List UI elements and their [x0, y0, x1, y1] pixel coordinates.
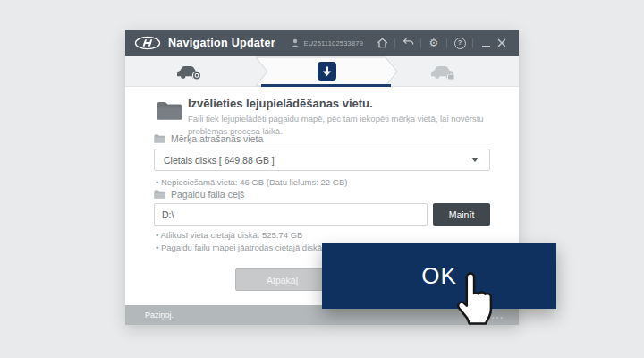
home-button[interactable]	[374, 35, 390, 51]
step-download-tab[interactable]	[318, 62, 336, 81]
temp-path-label: Pagaidu faila ceļš	[154, 189, 244, 200]
minimize-icon	[482, 46, 490, 47]
back-button[interactable]: Atpakaļ	[235, 268, 329, 291]
step-install-tab[interactable]	[429, 64, 456, 84]
undo-icon	[402, 38, 414, 48]
target-disk-dropdown[interactable]: Cietais disks [ 649.88 GB ]	[154, 149, 490, 171]
required-space-note: Nepieciešamā vieta: 46 GB (Datu lielums:…	[156, 177, 348, 187]
ok-button[interactable]: OK	[322, 243, 556, 309]
change-button[interactable]: Mainīt	[433, 203, 490, 226]
hyundai-logo-icon	[134, 36, 161, 50]
target-disk-value: Cietais disks [ 649.88 GB ]	[164, 155, 471, 166]
ok-button-label: OK	[421, 262, 457, 290]
temp-path-input[interactable]	[154, 203, 428, 226]
active-step-underline	[261, 84, 391, 87]
car-with-lock-icon	[429, 64, 456, 81]
hand-cursor-icon	[454, 271, 499, 332]
wizard-stepbar	[125, 56, 519, 87]
folder-icon	[157, 100, 182, 121]
page-title: Izvēlieties lejupielādēšanas vietu.	[188, 97, 373, 110]
close-icon	[497, 38, 506, 47]
car-with-gear-icon	[175, 64, 202, 81]
screen: Navigation Updater EU2511102533879	[0, 0, 644, 358]
user-icon	[291, 38, 300, 47]
remaining-space-note: Atlikusī vieta cietajā diskā: 525.74 GB	[156, 230, 302, 240]
home-icon	[377, 38, 388, 48]
titlebar: Navigation Updater EU2511102533879	[125, 30, 519, 56]
gear-icon: ⚙	[429, 38, 439, 48]
app-title: Navigation Updater	[168, 37, 275, 49]
divider	[394, 38, 395, 48]
user-id: EU2511102533879	[303, 39, 363, 47]
notifications-label[interactable]: Paziņoj.	[145, 311, 174, 320]
divider	[446, 38, 447, 48]
dropdown-caret-icon	[471, 158, 479, 162]
divider	[420, 38, 421, 48]
download-icon	[322, 66, 332, 77]
divider	[472, 38, 473, 48]
help-button[interactable]: ?	[452, 35, 468, 51]
user-account[interactable]: EU2511102533879	[291, 38, 363, 47]
help-icon: ?	[454, 38, 466, 49]
undo-button[interactable]	[400, 35, 416, 51]
temp-folder-note: Pagaidu failu mapei jāatrodas cietajā di…	[156, 243, 325, 252]
target-location-label: Mērķa atrašanās vieta	[154, 133, 263, 144]
folder-icon	[154, 190, 165, 199]
minimize-button[interactable]	[478, 35, 494, 51]
close-button[interactable]	[494, 35, 510, 51]
step-device-tab[interactable]	[175, 64, 202, 84]
folder-icon	[154, 134, 165, 143]
settings-button[interactable]: ⚙	[426, 35, 442, 51]
